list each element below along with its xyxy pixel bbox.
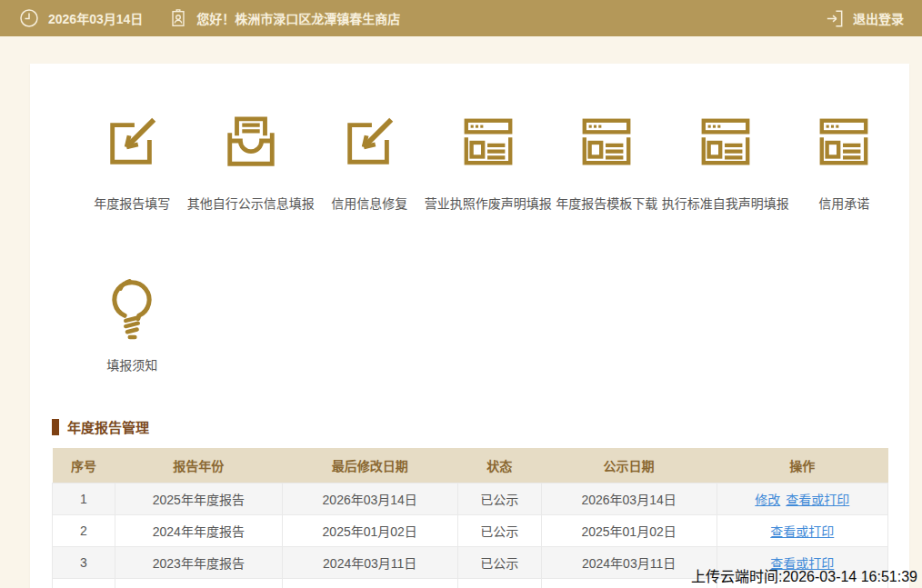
cell-publish-date: 2026年03月14日 — [541, 483, 717, 514]
inbox-doc-icon — [223, 114, 279, 170]
col-seq: 序号 — [53, 448, 115, 483]
quick-action-other-publicity-info[interactable]: 其他自行公示信息填报 — [192, 114, 311, 212]
cell-last-modified: 2025年01月02日 — [282, 514, 457, 546]
greeting-group: 您好！株洲市渌口区龙潭镇春生商店 — [168, 7, 400, 29]
logout-icon — [824, 8, 845, 29]
filing-notice-item[interactable]: 填报须知 — [73, 268, 192, 374]
badge-icon — [168, 7, 188, 29]
lightbulb-icon — [99, 268, 165, 343]
quick-action-label: 信用承诺 — [818, 194, 869, 212]
col-last-modified: 最后修改日期 — [282, 448, 457, 483]
cell-actions: 修改查看或打印 — [717, 483, 887, 514]
cell-status: 已公示 — [457, 483, 541, 514]
user-greeting: 您好！株洲市渌口区龙潭镇春生商店 — [196, 9, 400, 27]
table-row: 2 2024年年度报告 2025年01月02日 已公示 2025年01月02日 … — [53, 514, 888, 546]
cell-status: 已公示 — [457, 546, 541, 578]
cell-report-year: 2025年年度报告 — [115, 483, 282, 514]
cell-seq: 3 — [53, 546, 115, 578]
quick-action-label: 其他自行公示信息填报 — [187, 194, 315, 212]
report-section-header: 年度报告管理 — [52, 417, 887, 436]
cell-seq: 4 — [53, 578, 115, 588]
view-print-link[interactable]: 查看或打印 — [770, 524, 834, 539]
form-window-icon — [697, 114, 754, 170]
col-status: 状态 — [457, 448, 541, 483]
topbar: 2026年03月14日 您好！株洲市渌口区龙潭镇春生商店 退出登录 — [0, 0, 922, 36]
date-group: 2026年03月14日 — [18, 7, 143, 29]
quick-actions-row: 年度报告填写 其他自行公示信息填报 信用信息修复 营业执照作废声明填报 年度报告… — [52, 114, 887, 212]
cell-actions: 查看或打印 — [717, 514, 887, 546]
quick-action-label: 信用信息修复 — [331, 194, 407, 212]
quick-action-credit-repair[interactable]: 信用信息修复 — [310, 114, 429, 212]
cell-seq: 2 — [53, 514, 115, 546]
cell-status: 已公示 — [457, 578, 541, 588]
col-publish-date: 公示日期 — [541, 448, 717, 483]
form-window-icon — [460, 114, 516, 170]
logout-button[interactable]: 退出登录 — [824, 8, 904, 29]
edit-box-icon — [341, 114, 397, 170]
current-date: 2026年03月14日 — [48, 9, 143, 27]
cell-publish-date: 2025年01月02日 — [541, 514, 717, 546]
cell-last-modified: 2023年03月04日 — [282, 578, 457, 588]
clock-icon — [18, 7, 40, 29]
quick-action-annual-report-fill[interactable]: 年度报告填写 — [73, 114, 192, 212]
cell-last-modified: 2024年03月11日 — [282, 546, 457, 578]
quick-action-license-cancellation[interactable]: 营业执照作废声明填报 — [429, 114, 548, 212]
view-print-link[interactable]: 查看或打印 — [786, 493, 849, 507]
cell-seq: 1 — [53, 483, 115, 514]
quick-action-label: 年度报告填写 — [94, 194, 170, 212]
filing-notice-label: 填报须知 — [106, 355, 157, 374]
modify-link[interactable]: 修改 — [755, 493, 780, 507]
cell-report-year: 2023年年度报告 — [115, 546, 282, 578]
quick-action-credit-commitment[interactable]: 信用承诺 — [785, 114, 904, 212]
edit-box-icon — [104, 114, 160, 170]
quick-action-label: 年度报告模板下载 — [556, 194, 657, 212]
form-window-icon — [578, 114, 635, 170]
secondary-actions-row: 填报须知 — [52, 268, 887, 374]
logout-label: 退出登录 — [853, 9, 904, 27]
table-row: 1 2025年年度报告 2026年03月14日 已公示 2026年03月14日 … — [53, 483, 888, 514]
main-card: 年度报告填写 其他自行公示信息填报 信用信息修复 营业执照作废声明填报 年度报告… — [30, 64, 909, 588]
cell-report-year: 2022年年度报告 — [115, 578, 282, 588]
quick-action-label: 营业执照作废声明填报 — [425, 194, 552, 212]
upload-timestamp-watermark: 上传云端时间:2026-03-14 16:51:39 — [691, 564, 917, 586]
form-window-icon — [816, 114, 872, 170]
col-report-year: 报告年份 — [115, 448, 282, 483]
cell-last-modified: 2026年03月14日 — [282, 483, 457, 514]
quick-action-label: 执行标准自我声明填报 — [662, 194, 789, 212]
section-marker — [52, 419, 59, 435]
cell-report-year: 2024年年度报告 — [115, 514, 282, 546]
cell-status: 已公示 — [457, 514, 541, 546]
col-actions: 操作 — [717, 448, 887, 483]
section-title: 年度报告管理 — [67, 417, 149, 436]
quick-action-standard-self-declaration[interactable]: 执行标准自我声明填报 — [666, 114, 786, 212]
quick-action-template-download[interactable]: 年度报告模板下载 — [547, 114, 666, 212]
table-header-row: 序号 报告年份 最后修改日期 状态 公示日期 操作 — [53, 448, 888, 483]
